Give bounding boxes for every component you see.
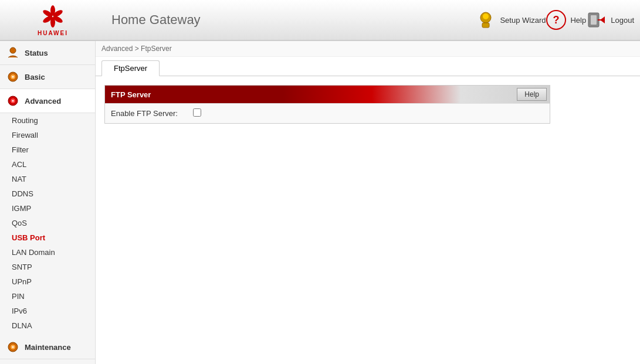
sidebar-item-maintenance-label: Maintenance <box>25 343 71 352</box>
svg-point-24 <box>12 346 14 348</box>
advanced-icon <box>6 94 20 108</box>
ftp-enable-label: Enable FTP Server: <box>111 109 193 118</box>
sidebar-sub-upnp[interactable]: UPnP <box>0 274 95 289</box>
logout-button[interactable]: Logout <box>586 9 634 30</box>
huawei-text: HUAWEI <box>38 30 68 36</box>
ftp-help-button[interactable]: Help <box>517 88 547 101</box>
breadcrumb: Advanced > FtpServer <box>96 41 640 57</box>
sidebar-sub-ddns[interactable]: DDNS <box>0 186 95 201</box>
sidebar-sub-filter[interactable]: Filter <box>0 142 95 157</box>
sidebar-item-basic[interactable]: Basic <box>0 65 95 89</box>
ftp-enable-checkbox-container <box>193 108 201 118</box>
help-label: Help <box>570 16 586 25</box>
sidebar-item-status[interactable]: Status <box>0 41 95 65</box>
sidebar-sub-dlna[interactable]: DLNA <box>0 318 95 333</box>
sidebar-sub-acl[interactable]: ACL <box>0 157 95 172</box>
help-button[interactable]: ? Help <box>546 9 586 30</box>
maintenance-icon <box>6 340 20 354</box>
logo-area: HUAWEI <box>6 4 100 36</box>
header-title: Home Gateway <box>100 12 475 28</box>
sidebar-item-advanced[interactable]: Advanced <box>0 89 95 113</box>
setup-wizard-label: Setup Wizard <box>500 16 546 25</box>
huawei-logo-icon <box>38 4 68 29</box>
sidebar-sub-ipv6[interactable]: IPv6 <box>0 304 95 318</box>
ftp-server-header: FTP Server Help <box>105 86 550 103</box>
basic-icon <box>6 70 20 84</box>
svg-point-21 <box>12 100 14 102</box>
help-icon: ? <box>546 9 567 30</box>
sidebar-sub-routing[interactable]: Routing <box>0 113 95 128</box>
sidebar-sub-sntp[interactable]: SNTP <box>0 260 95 274</box>
svg-point-15 <box>10 47 16 53</box>
tab-bar: FtpServer <box>96 57 640 76</box>
header: HUAWEI Home Gateway Setup Wizard ? Help … <box>0 0 640 41</box>
sidebar-item-advanced-label: Advanced <box>25 97 61 106</box>
tab-ftpserver[interactable]: FtpServer <box>101 60 160 76</box>
huawei-logo: HUAWEI <box>38 4 68 36</box>
ftp-enable-row: Enable FTP Server: <box>105 103 550 123</box>
status-icon <box>6 46 20 60</box>
sidebar-sub-qos[interactable]: QoS <box>0 216 95 230</box>
ftp-server-section: FTP Server Help Enable FTP Server: <box>104 85 550 124</box>
sidebar-sub-pin[interactable]: PIN <box>0 289 95 304</box>
sidebar: Status Basic Advanced Routing Firewall F… <box>0 41 96 364</box>
setup-wizard-icon <box>475 9 496 30</box>
sidebar-sub-usb-port[interactable]: USB Port <box>0 230 95 245</box>
sidebar-sub-igmp[interactable]: IGMP <box>0 201 95 216</box>
layout: Status Basic Advanced Routing Firewall F… <box>0 41 640 364</box>
ftp-server-title: FTP Server <box>105 90 517 99</box>
svg-text:?: ? <box>553 14 560 26</box>
content-area: FTP Server Help Enable FTP Server: <box>96 76 640 132</box>
sidebar-sub-nat[interactable]: NAT <box>0 172 95 186</box>
sidebar-item-maintenance[interactable]: Maintenance <box>0 335 95 359</box>
svg-rect-12 <box>591 15 597 25</box>
svg-point-7 <box>483 13 489 19</box>
logout-label: Logout <box>611 16 634 25</box>
main-content: Advanced > FtpServer FtpServer FTP Serve… <box>96 41 640 364</box>
sidebar-item-status-label: Status <box>25 49 48 57</box>
ftp-enable-checkbox[interactable] <box>193 108 201 117</box>
svg-rect-8 <box>482 23 489 28</box>
logout-icon <box>586 9 607 30</box>
setup-wizard-button[interactable]: Setup Wizard <box>475 9 546 30</box>
sidebar-sub-lan-domain[interactable]: LAN Domain <box>0 245 95 260</box>
sidebar-sub-firewall[interactable]: Firewall <box>0 128 95 142</box>
svg-point-18 <box>12 76 14 78</box>
sidebar-item-basic-label: Basic <box>25 73 45 81</box>
